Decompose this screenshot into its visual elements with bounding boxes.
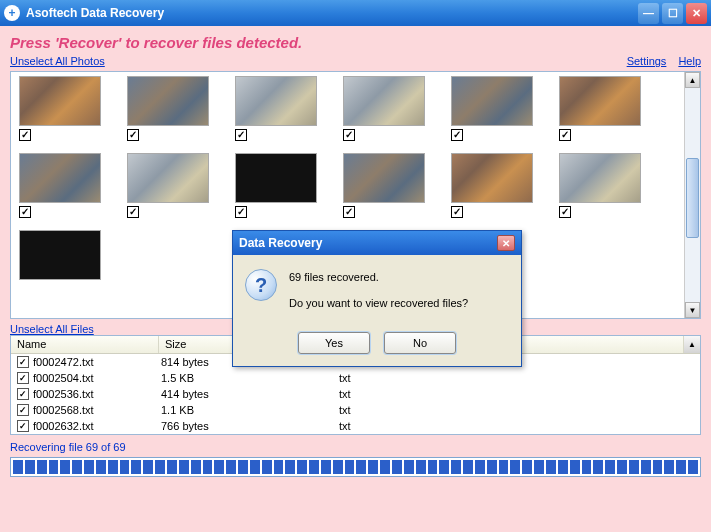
file-row[interactable]: f0002536.txt414 bytestxt xyxy=(11,386,700,402)
progress-segment xyxy=(676,460,686,474)
app-icon: + xyxy=(4,5,20,21)
progress-segment xyxy=(487,460,497,474)
titlebar-text: Asoftech Data Recovery xyxy=(26,6,638,20)
photo-thumb[interactable] xyxy=(127,153,209,218)
file-checkbox[interactable] xyxy=(17,404,29,416)
thumbnail-image[interactable] xyxy=(235,153,317,203)
dialog-close-button[interactable]: ✕ xyxy=(497,235,515,251)
photo-checkbox[interactable] xyxy=(559,206,571,218)
progress-segment xyxy=(688,460,698,474)
scroll-down-icon[interactable]: ▼ xyxy=(685,302,700,318)
thumbnail-image[interactable] xyxy=(559,153,641,203)
thumbnail-image[interactable] xyxy=(235,76,317,126)
progress-segment xyxy=(570,460,580,474)
progress-segment xyxy=(641,460,651,474)
progress-segment xyxy=(96,460,106,474)
thumbnail-image[interactable] xyxy=(559,76,641,126)
unselect-all-files-link[interactable]: Unselect All Files xyxy=(10,323,94,335)
thumbnail-image[interactable] xyxy=(127,153,209,203)
photo-thumb[interactable] xyxy=(559,76,641,141)
no-button[interactable]: No xyxy=(384,332,456,354)
col-header-name[interactable]: Name xyxy=(11,336,159,353)
thumbnail-image[interactable] xyxy=(343,76,425,126)
scroll-up-icon[interactable]: ▲ xyxy=(685,72,700,88)
progress-bar xyxy=(10,457,701,477)
file-checkbox[interactable] xyxy=(17,388,29,400)
progress-segment xyxy=(309,460,319,474)
thumbnail-image[interactable] xyxy=(19,230,101,280)
photo-checkbox[interactable] xyxy=(343,129,355,141)
minimize-button[interactable]: — xyxy=(638,3,659,24)
file-name: f0002632.txt xyxy=(33,420,161,432)
photo-thumb[interactable] xyxy=(19,230,101,280)
progress-segment xyxy=(84,460,94,474)
thumbnail-image[interactable] xyxy=(343,153,425,203)
maximize-button[interactable]: ☐ xyxy=(662,3,683,24)
progress-segment xyxy=(321,460,331,474)
file-size: 414 bytes xyxy=(161,388,339,400)
photo-checkbox[interactable] xyxy=(127,206,139,218)
file-row[interactable]: f0002568.txt1.1 KBtxt xyxy=(11,402,700,418)
photo-thumb[interactable] xyxy=(127,76,209,141)
progress-segment xyxy=(345,460,355,474)
file-ext: txt xyxy=(339,420,485,432)
thumbnail-image[interactable] xyxy=(19,76,101,126)
photo-checkbox[interactable] xyxy=(235,129,247,141)
thumbnail-image[interactable] xyxy=(451,153,533,203)
photo-checkbox[interactable] xyxy=(19,206,31,218)
progress-segment xyxy=(226,460,236,474)
file-row[interactable]: f0002632.txt766 bytestxt xyxy=(11,418,700,434)
progress-segment xyxy=(274,460,284,474)
photo-thumb[interactable] xyxy=(19,76,101,141)
instruction-text: Press 'Recover' to recover files detecte… xyxy=(10,34,701,51)
photo-checkbox[interactable] xyxy=(235,206,247,218)
photo-scrollbar[interactable]: ▲ ▼ xyxy=(684,72,700,318)
unselect-all-photos-link[interactable]: Unselect All Photos xyxy=(10,55,105,67)
progress-segment xyxy=(143,460,153,474)
photo-thumb[interactable] xyxy=(235,153,317,218)
photo-thumb[interactable] xyxy=(559,153,641,218)
progress-segment xyxy=(250,460,260,474)
progress-segment xyxy=(297,460,307,474)
photo-thumb[interactable] xyxy=(451,153,533,218)
progress-segment xyxy=(37,460,47,474)
photo-thumb[interactable] xyxy=(235,76,317,141)
help-link[interactable]: Help xyxy=(678,55,701,67)
progress-segment xyxy=(25,460,35,474)
photo-thumb[interactable] xyxy=(343,153,425,218)
thumbnail-image[interactable] xyxy=(127,76,209,126)
photo-thumb[interactable] xyxy=(451,76,533,141)
photo-thumb[interactable] xyxy=(343,76,425,141)
thumbnail-image[interactable] xyxy=(19,153,101,203)
file-size: 1.5 KB xyxy=(161,372,339,384)
file-name: f0002472.txt xyxy=(33,356,161,368)
photo-checkbox[interactable] xyxy=(19,129,31,141)
settings-link[interactable]: Settings xyxy=(627,55,667,67)
scroll-thumb[interactable] xyxy=(686,158,699,238)
progress-segment xyxy=(368,460,378,474)
close-button[interactable]: ✕ xyxy=(686,3,707,24)
yes-button[interactable]: Yes xyxy=(298,332,370,354)
file-name: f0002536.txt xyxy=(33,388,161,400)
file-checkbox[interactable] xyxy=(17,420,29,432)
dialog: Data Recovery ✕ ? 69 files recovered. Do… xyxy=(232,230,522,367)
progress-segment xyxy=(49,460,59,474)
file-checkbox[interactable] xyxy=(17,356,29,368)
progress-segment xyxy=(546,460,556,474)
files-scroll-up-icon[interactable]: ▲ xyxy=(684,336,700,353)
progress-segment xyxy=(593,460,603,474)
thumbnail-image[interactable] xyxy=(451,76,533,126)
photo-checkbox[interactable] xyxy=(451,206,463,218)
photo-checkbox[interactable] xyxy=(559,129,571,141)
file-checkbox[interactable] xyxy=(17,372,29,384)
progress-segment xyxy=(499,460,509,474)
progress-segment xyxy=(13,460,23,474)
photo-checkbox[interactable] xyxy=(451,129,463,141)
progress-segment xyxy=(120,460,130,474)
progress-segment xyxy=(191,460,201,474)
photo-checkbox[interactable] xyxy=(127,129,139,141)
file-row[interactable]: f0002504.txt1.5 KBtxt xyxy=(11,370,700,386)
photo-thumb[interactable] xyxy=(19,153,101,218)
progress-segment xyxy=(380,460,390,474)
photo-checkbox[interactable] xyxy=(343,206,355,218)
